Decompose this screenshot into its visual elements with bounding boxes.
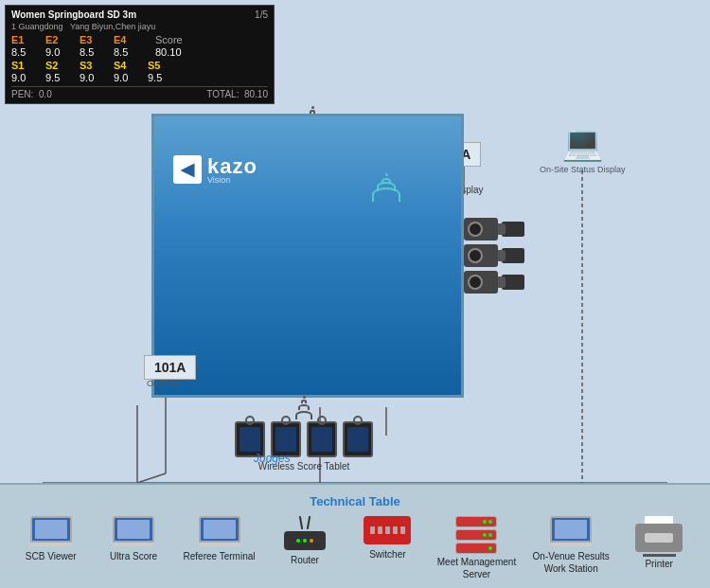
kazo-logo-icon: ◀ — [173, 155, 202, 184]
wifi-signal-bottom — [235, 396, 373, 419]
tech-item-meet-mgmt: Meet ManagementServer — [437, 516, 516, 580]
scb-viewer-icon — [30, 516, 72, 546]
tech-item-router: Router — [272, 516, 338, 566]
svg-line-14 — [137, 473, 166, 483]
switcher-label: Switcher — [369, 548, 405, 561]
router-label: Router — [291, 554, 319, 566]
pool-area: ◀ kazo Vision — [151, 114, 464, 398]
tech-item-ultra-score: Ultra Score — [100, 516, 167, 562]
tech-item-onvenue: On-Venue ResultsWork Station — [533, 516, 610, 575]
onsite-display-label: On-Site Status Display — [540, 165, 626, 176]
on-duty-label: On Duty — [147, 379, 178, 388]
scoreboard-page: 1/5 — [255, 9, 268, 20]
tech-item-scb-viewer: SCB Viewer — [18, 516, 84, 562]
ultra-score-label: Ultra Score — [110, 550, 157, 562]
cameras-group — [464, 218, 524, 294]
printer-label: Printer — [645, 558, 672, 570]
camera-3 — [464, 271, 524, 294]
referee-terminal-label: Referee Terminal — [184, 550, 256, 562]
tablet-b4 — [343, 421, 373, 457]
judges-label: Judges — [254, 452, 291, 465]
onsite-display-icon: 💻 — [540, 123, 626, 163]
pool-logo: ◀ kazo Vision — [173, 154, 257, 185]
meet-mgmt-icon — [455, 516, 497, 552]
referee-terminal-icon — [199, 516, 240, 546]
meet-mgmt-label: Meet ManagementServer — [437, 556, 516, 580]
scoreboard-title: Women Springboard SD 3m — [11, 9, 136, 20]
camera-2 — [464, 244, 524, 267]
onvenue-icon — [550, 516, 592, 546]
pool-wifi-signal — [372, 173, 400, 202]
scoreboard: Women Springboard SD 3m 1/5 1 Guangdong … — [5, 5, 275, 104]
tech-item-referee-terminal: Referee Terminal — [184, 516, 256, 562]
scoreboard-athletes: 1 Guangdong Yang Biyun,Chen jiayu — [11, 22, 268, 31]
tech-item-printer: Printer — [626, 516, 692, 570]
onvenue-label: On-Venue ResultsWork Station — [533, 550, 610, 575]
tablet-b3 — [307, 421, 337, 457]
switcher-icon — [364, 516, 411, 544]
onsite-display: 💻 On-Site Status Display — [540, 123, 626, 176]
label-101a-left: 101A — [144, 355, 196, 380]
tech-item-switcher: Switcher — [354, 516, 420, 561]
scb-viewer-label: SCB Viewer — [26, 550, 77, 562]
camera-1 — [464, 218, 524, 241]
ultra-score-icon — [113, 516, 154, 546]
tech-table-title: Technical Table — [0, 494, 710, 508]
printer-icon — [635, 516, 683, 554]
router-icon — [284, 516, 326, 550]
technical-table: Technical Table SCB Viewer Ultra Score R — [0, 483, 710, 588]
tech-table-items: SCB Viewer Ultra Score Referee Terminal — [0, 516, 710, 580]
